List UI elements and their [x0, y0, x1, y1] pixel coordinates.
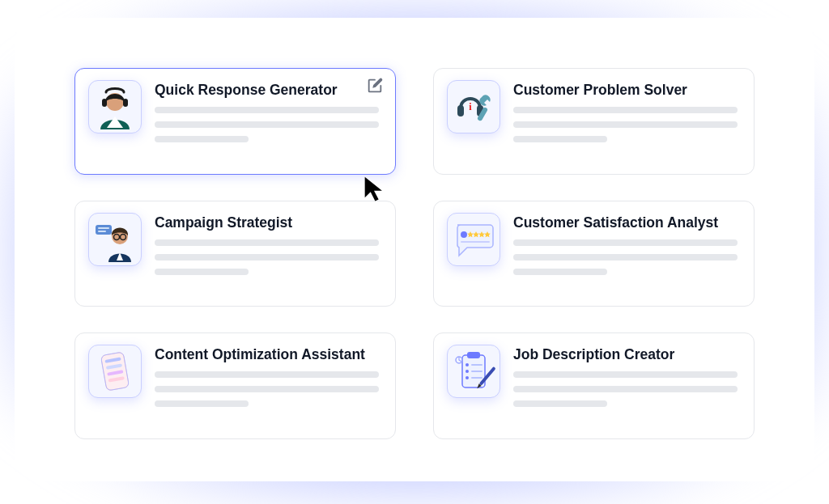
placeholder-line	[155, 107, 379, 113]
svg-point-15	[461, 231, 467, 238]
svg-point-27	[466, 370, 469, 373]
card-title: Customer Problem Solver	[513, 82, 738, 99]
svg-rect-26	[471, 364, 483, 366]
card-content-optimization-assistant[interactable]: Content Optimization Assistant	[74, 332, 396, 439]
card-title: Campaign Strategist	[155, 214, 379, 231]
card-title: Quick Response Generator	[155, 82, 379, 99]
checklist-sheet-icon	[88, 345, 142, 398]
svg-rect-9	[98, 227, 109, 229]
placeholder-line	[513, 254, 738, 260]
placeholder-line	[155, 269, 249, 275]
placeholder-line	[155, 239, 379, 246]
card-title: Content Optimization Assistant	[155, 346, 379, 363]
svg-rect-30	[471, 377, 483, 379]
clipboard-pen-icon	[447, 345, 500, 398]
placeholder-line	[155, 400, 249, 407]
main-panel: Quick Response Generator	[15, 18, 814, 481]
svg-rect-24	[467, 352, 480, 358]
analyst-avatar-icon	[88, 213, 142, 266]
placeholder-line	[513, 269, 607, 275]
card-campaign-strategist[interactable]: Campaign Strategist	[74, 201, 396, 307]
headset-wrench-icon: i	[447, 80, 500, 133]
svg-rect-28	[471, 371, 483, 372]
svg-rect-3	[123, 99, 128, 107]
placeholder-line	[513, 371, 738, 378]
placeholder-line	[155, 254, 379, 260]
placeholder-line	[155, 386, 379, 392]
glow-container: Quick Response Generator	[0, 0, 829, 504]
edit-icon	[366, 77, 384, 98]
card-title: Job Description Creator	[513, 346, 738, 363]
agent-avatar-icon	[88, 80, 142, 133]
placeholder-line	[513, 121, 738, 128]
svg-rect-4	[457, 105, 464, 116]
placeholder-line	[513, 400, 607, 407]
card-customer-problem-solver[interactable]: i Customer Problem Solver	[433, 68, 755, 175]
svg-point-25	[466, 363, 469, 366]
placeholder-line	[513, 386, 738, 392]
card-customer-satisfaction-analyst[interactable]: Customer Satisfaction Analyst	[433, 201, 755, 307]
placeholder-line	[513, 136, 607, 142]
placeholder-line	[155, 121, 379, 128]
card-quick-response-generator[interactable]: Quick Response Generator	[74, 68, 396, 175]
placeholder-line	[155, 371, 379, 378]
svg-point-29	[466, 376, 469, 379]
card-content: Campaign Strategist	[155, 213, 379, 275]
card-content: Job Description Creator	[513, 345, 738, 407]
edit-button[interactable]	[364, 77, 385, 98]
card-job-description-creator[interactable]: Job Description Creator	[433, 332, 755, 439]
card-content: Content Optimization Assistant	[155, 345, 379, 407]
review-bubble-icon	[447, 213, 500, 266]
placeholder-line	[155, 136, 249, 142]
placeholder-line	[513, 107, 738, 113]
svg-rect-16	[461, 241, 490, 243]
svg-text:i: i	[469, 101, 472, 112]
card-title: Customer Satisfaction Analyst	[513, 214, 738, 231]
svg-rect-2	[102, 99, 107, 107]
svg-rect-8	[96, 225, 112, 235]
placeholder-line	[513, 239, 738, 246]
card-content: Customer Problem Solver	[513, 80, 738, 142]
card-content: Customer Satisfaction Analyst	[513, 213, 738, 275]
card-content: Quick Response Generator	[155, 80, 379, 142]
card-grid: Quick Response Generator	[74, 68, 755, 439]
svg-rect-10	[98, 231, 106, 232]
